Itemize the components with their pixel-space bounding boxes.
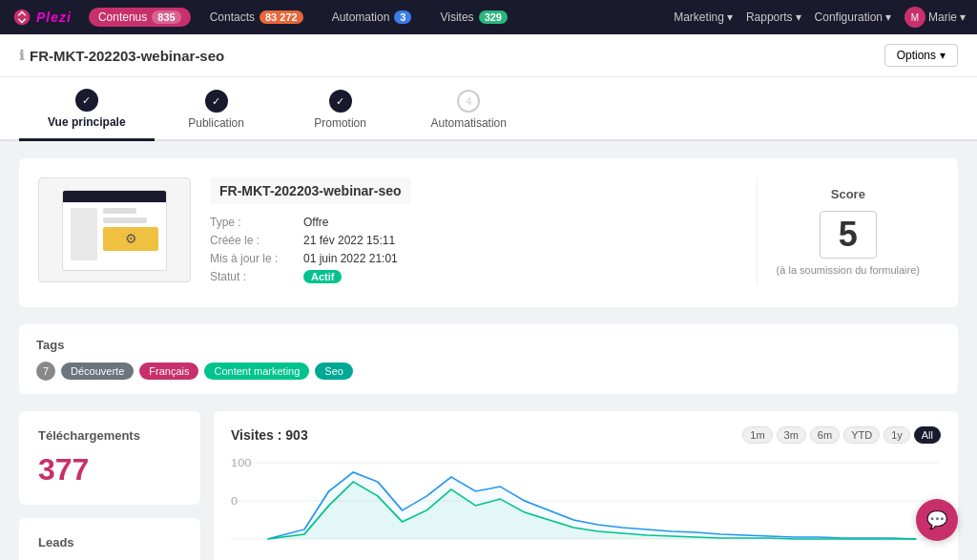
step-2-check: ✓ [205, 90, 228, 113]
contenus-badge: 835 [152, 10, 180, 24]
nav-marketing[interactable]: Marketing ▾ [674, 10, 733, 24]
nav-contenus[interactable]: Contenus 835 [89, 8, 191, 27]
detail-updated: Mis à jour le : 01 juin 2022 21:01 [210, 252, 738, 265]
updated-value: 01 juin 2022 21:01 [303, 252, 398, 265]
step-1-check: ✓ [75, 89, 98, 112]
nav-configuration[interactable]: Configuration ▾ [815, 10, 891, 24]
telechargements-card: Téléchargements 377 [19, 411, 200, 505]
nav-user[interactable]: M Marie ▾ [904, 7, 966, 28]
created-value: 21 fév 2022 15:11 [303, 234, 395, 247]
svg-text:0: 0 [231, 496, 238, 506]
content-info-card: ⚙ FR-MKT-202203-webinar-seo Type : Offre… [19, 158, 958, 307]
type-label: Type : [210, 216, 296, 229]
chart-title: Visites : 903 [231, 427, 308, 443]
step-3-check: ✓ [329, 90, 352, 113]
info-icon: ℹ [19, 48, 24, 63]
status-badge: Actif [303, 270, 342, 283]
tag-francais[interactable]: Français [139, 363, 198, 380]
detail-type: Type : Offre [210, 216, 738, 229]
nav-right: Marketing ▾ Rapports ▾ Configuration ▾ M… [674, 7, 966, 28]
filter-3m[interactable]: 3m [777, 426, 806, 444]
score-note: (à la soumission du formulaire) [777, 264, 920, 276]
step-3-label: Promotion [314, 116, 366, 130]
step-publication[interactable]: ✓ Publication [155, 78, 279, 139]
breadcrumb: ℹ FR-MKT-202203-webinar-seo [19, 48, 224, 64]
score-card: Score 5 (à la soumission du formulaire) [757, 177, 939, 285]
page-title: FR-MKT-202203-webinar-seo [30, 48, 224, 64]
step-promotion[interactable]: ✓ Promotion [279, 78, 403, 139]
detail-created: Créée le : 21 fév 2022 15:11 [210, 234, 738, 247]
content-name: FR-MKT-202203-webinar-seo [210, 177, 411, 204]
filter-all[interactable]: All [914, 426, 941, 444]
main-content: ⚙ FR-MKT-202203-webinar-seo Type : Offre… [0, 141, 977, 560]
step-automatisation[interactable]: 4 Automatisation [403, 78, 535, 139]
top-navigation: Plezi Contenus 835 Contacts 83 272 Autom… [0, 0, 977, 34]
contacts-badge: 83 272 [260, 10, 303, 24]
nav-visites[interactable]: Visites 329 [430, 8, 517, 27]
chart-header: Visites : 903 1m 3m 6m YTD 1y All [231, 426, 941, 444]
tags-count: 7 [36, 362, 55, 381]
svg-text:100: 100 [231, 458, 251, 467]
score-title: Score [831, 187, 865, 201]
visits-chart-card: Visites : 903 1m 3m 6m YTD 1y All [214, 411, 958, 560]
updated-label: Mis à jour le : [210, 252, 296, 265]
steps-bar: ✓ Vue principale ✓ Publication ✓ Promoti… [0, 77, 977, 141]
tags-section: Tags 7 Découverte Français Content marke… [19, 324, 958, 394]
leads-label: Leads [38, 535, 181, 550]
logo[interactable]: Plezi [11, 7, 72, 28]
tags-title: Tags [36, 338, 941, 352]
step-1-label: Vue principale [48, 115, 126, 129]
step-vue-principale[interactable]: ✓ Vue principale [19, 77, 155, 141]
stats-row: Téléchargements 377 Leads 108 Visites : … [19, 411, 958, 560]
tag-decouverte[interactable]: Découverte [61, 363, 134, 380]
nav-rapports[interactable]: Rapports ▾ [746, 10, 801, 24]
chart-main-area: 100 0 [231, 453, 941, 560]
step-2-label: Publication [188, 116, 244, 130]
status-label: Statut : [210, 270, 296, 283]
options-button[interactable]: Options ▾ [884, 44, 958, 67]
filter-1y[interactable]: 1y [883, 426, 910, 444]
nav-contacts[interactable]: Contacts 83 272 [200, 8, 313, 27]
step-4-indicator: 4 [457, 90, 480, 113]
content-details: FR-MKT-202203-webinar-seo Type : Offre C… [210, 177, 738, 288]
automation-badge: 3 [394, 10, 411, 24]
chat-icon: 💬 [926, 509, 947, 530]
telechargements-label: Téléchargements [38, 428, 181, 443]
tags-row: 7 Découverte Français Content marketing … [36, 362, 941, 381]
sub-header: ℹ FR-MKT-202203-webinar-seo Options ▾ [0, 34, 977, 77]
content-thumbnail: ⚙ [38, 177, 191, 282]
chat-button[interactable]: 💬 [916, 499, 958, 541]
nav-automation[interactable]: Automation 3 [322, 8, 422, 27]
visites-badge: 329 [479, 10, 508, 24]
filter-6m[interactable]: 6m [810, 426, 840, 444]
detail-status: Statut : Actif [210, 270, 738, 283]
chart-filters: 1m 3m 6m YTD 1y All [742, 426, 941, 444]
user-avatar: M [904, 7, 925, 28]
filter-1m[interactable]: 1m [742, 426, 772, 444]
created-label: Créée le : [210, 234, 296, 247]
leads-card: Leads 108 [19, 518, 200, 560]
telechargements-value: 377 [38, 452, 181, 487]
filter-ytd[interactable]: YTD [843, 426, 880, 444]
tag-content-marketing[interactable]: Content marketing [204, 363, 309, 380]
step-4-label: Automatisation [431, 116, 507, 130]
chevron-down-icon: ▾ [940, 49, 946, 62]
type-value: Offre [303, 216, 328, 229]
tag-seo[interactable]: Seo [315, 363, 353, 380]
score-value: 5 [820, 211, 877, 259]
